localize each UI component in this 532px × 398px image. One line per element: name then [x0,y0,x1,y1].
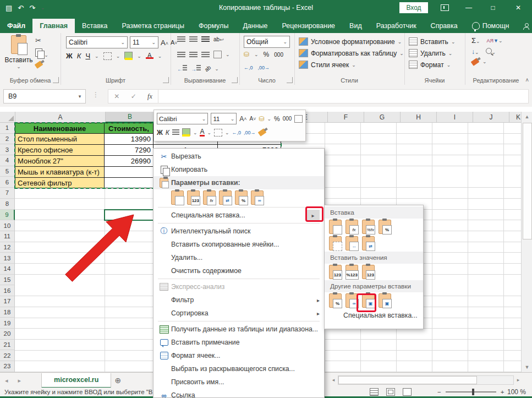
menu-item-filter[interactable]: Фильтр ▸ [153,293,324,307]
ribbon-display-options-button[interactable] [432,0,457,15]
fill-button[interactable]: ↓⌄ [471,48,479,56]
align-center-icon[interactable] [189,52,198,58]
italic-button[interactable]: К [77,52,81,60]
enter-icon[interactable]: ✓ [131,92,136,100]
decrease-indent-icon[interactable]: ← [177,65,187,72]
orientation-icon[interactable]: ab [204,64,212,73]
column-header-f[interactable]: F [328,112,364,123]
row-header[interactable]: 18 [0,307,15,318]
row-header[interactable]: 19 [0,318,15,329]
row-header[interactable]: 6 [0,177,15,188]
mini-increase-decimal-icon[interactable]: ←,0 [232,130,242,135]
tab-insert[interactable]: Вставка [75,19,114,33]
customize-qat-icon[interactable]: ⌄ [41,5,45,10]
menu-item-get-data[interactable]: Получить данные из таблицы или диапазона… [153,323,324,336]
tab-developer[interactable]: Разработчик [369,19,424,33]
menu-item-clear-contents[interactable]: Очистить содержимое [153,264,324,277]
mini-font-size-select[interactable]: 11⌄ [211,113,237,124]
cut-icon[interactable]: ✂ [35,36,41,45]
cell-styles-button[interactable]: Стили ячеек⌄ [299,59,404,70]
format-as-table-button[interactable]: Форматировать как таблицу⌄ [299,47,404,59]
paste-special-submenu-arrow[interactable]: ▸ [306,210,320,221]
row-header[interactable]: 8 [0,199,15,210]
page-layout-view-icon[interactable] [386,388,395,396]
mini-percent-icon[interactable]: % [274,115,280,123]
menu-item-paste-special[interactable]: Специальная вставка... ▸ [153,209,324,222]
row-header[interactable]: 2 [0,134,15,145]
row-header[interactable]: 10 [0,220,15,231]
cell-b6[interactable] [104,177,153,188]
font-name-select[interactable]: Calibri⌄ [66,36,128,48]
paste-keep-widths-icon[interactable]: ↔ [345,236,358,250]
menu-item-copy[interactable]: Копировать [153,163,324,176]
menu-item-format-cells[interactable]: Формат ячеек... [153,349,324,362]
fill-color-button[interactable] [124,52,133,60]
paste-formulas-number-format-icon[interactable]: %fx [362,220,375,234]
collapse-ribbon-icon[interactable]: ˄ [525,77,529,83]
align-top-icon[interactable] [177,36,185,42]
number-dialog-launcher[interactable] [287,77,293,83]
paste-keep-source-icon[interactable] [171,190,184,205]
percent-style-button[interactable]: % [264,51,270,58]
menu-item-smart-lookup[interactable]: ⓘ Интеллектуальный поиск [153,225,324,238]
paste-source-formatting-icon[interactable]: % [379,220,391,234]
find-select-button[interactable]: ⌄ [486,48,496,56]
vertical-scrollbar-thumb[interactable] [523,123,532,239]
format-painter-icon[interactable] [35,61,43,69]
align-right-icon[interactable] [201,52,210,58]
paste-linked-picture-icon[interactable]: ▣ [379,293,391,308]
increase-decimal-icon[interactable]: ←,0 [244,65,253,70]
mini-increase-font-icon[interactable]: A˄ [239,115,246,123]
row-header[interactable]: 14 [0,264,15,275]
row-header[interactable]: 17 [0,296,15,307]
sheet-nav-left-icon[interactable]: ◂ [0,377,13,384]
font-size-select[interactable]: 11⌄ [130,36,158,48]
row-header[interactable]: 20 [0,329,15,340]
insert-cells-button[interactable]: Вставить⌄ [409,36,455,47]
cell-a1[interactable]: Наименование [15,123,105,134]
sheet-nav-right-icon[interactable]: ▸ [13,377,26,384]
align-bottom-icon[interactable] [201,36,210,42]
underline-button[interactable]: Ч [85,52,90,60]
tab-data[interactable]: Данные [235,19,275,33]
menu-item-delete[interactable]: Удалить... [153,251,324,264]
vertical-scrollbar[interactable]: ▲ ▼ [521,112,532,372]
menu-item-define-name[interactable]: Присвоить имя... [153,375,324,389]
conditional-formatting-button[interactable]: Условное форматирование⌄ [299,36,404,47]
bold-button[interactable]: Ж [66,52,73,60]
cell-a6[interactable]: Сетевой фильтр [15,177,105,188]
column-header-h[interactable]: H [401,112,437,123]
clipboard-dialog-launcher[interactable] [53,77,59,83]
row-header[interactable]: 4 [0,155,15,166]
cell-a4[interactable]: Моноблок 27" [15,155,105,167]
sort-filter-button[interactable]: АЯ▼⌄ [487,38,503,43]
column-header-g[interactable]: G [364,112,401,123]
menu-item-pick-from-list[interactable]: Выбрать из раскрывающегося списка... [153,362,324,375]
new-sheet-icon[interactable]: ⊕ [111,374,124,387]
scroll-up-icon[interactable]: ▲ [522,112,532,122]
row-header[interactable]: 11 [0,231,15,242]
undo-icon[interactable]: ↶ [18,4,24,12]
align-middle-icon[interactable] [189,36,198,42]
zoom-out-icon[interactable]: − [437,389,441,395]
row-header[interactable]: 22 [0,350,15,361]
increase-font-icon[interactable]: A˄ [161,39,168,47]
tab-assistant[interactable]: Помощн [465,19,517,33]
tab-page-layout[interactable]: Разметка страницы [115,19,191,33]
row-header[interactable]: 16 [0,285,15,296]
cell-a5[interactable]: Мышь и клавиатура (к-т) [15,166,105,178]
accounting-format-icon[interactable]: ⛁ [244,51,249,58]
increase-indent-icon[interactable]: → [191,65,201,72]
menu-item-link[interactable]: ∞ Ссылка [153,389,324,398]
cell-b5[interactable] [104,166,153,178]
submenu-item-paste-special[interactable]: Специальная вставка... [325,309,423,322]
mini-decrease-font-icon[interactable]: A˅ [249,116,256,122]
clear-icon[interactable] [471,58,480,66]
row-header[interactable]: 13 [0,253,15,264]
mini-accounting-icon[interactable]: ⛁ [259,115,264,123]
share-button[interactable]: Поделиться [516,19,532,33]
autosum-button[interactable]: Σ⌄ [471,36,480,45]
paste-transpose-icon[interactable]: ⇄ [362,236,375,250]
mini-center-icon[interactable] [172,129,179,135]
select-all-corner[interactable] [0,112,15,123]
